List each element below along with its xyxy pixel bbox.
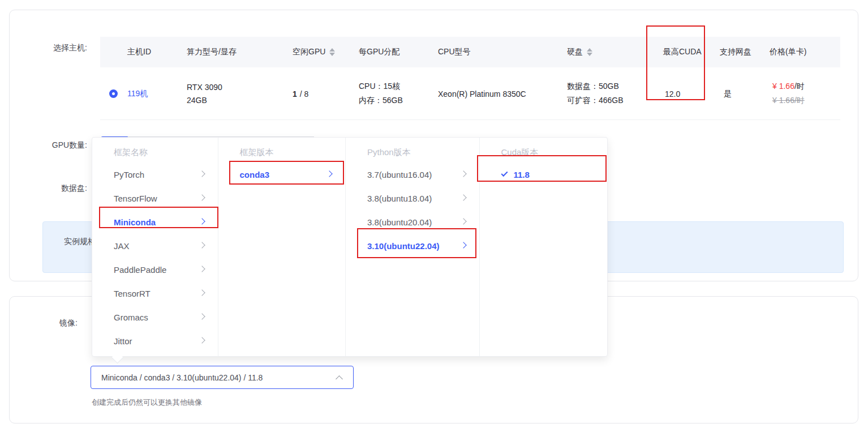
sort-caret-icon[interactable] [329, 48, 335, 56]
host-id-link[interactable]: 119机 [127, 67, 148, 120]
cascader-item-py37-ubuntu1604[interactable]: 3.7(ubuntu16.04) [346, 162, 479, 186]
net-disk-cell: 是 [724, 67, 732, 120]
image-help-text: 创建完成后仍然可以更换其他镜像 [92, 397, 202, 408]
free-gpu-cell: 1 / 8 [293, 67, 308, 120]
price-original: ¥ 1.66/时 [772, 96, 805, 106]
host-table-header: 主机ID 算力型号/显存 空闲GPU 每GPU分配 CPU型号 [100, 37, 840, 67]
chevron-right-icon [199, 194, 205, 200]
th-price: 价格(单卡) [770, 37, 806, 67]
host-select-label: 选择主机: [32, 43, 87, 53]
chevron-right-icon [326, 170, 332, 177]
check-icon [501, 170, 508, 177]
cascader-column-framework: 框架名称 PyTorch TensorFlow Miniconda JAX Pa… [92, 138, 218, 356]
chevron-right-icon [199, 266, 205, 272]
disk-cell: 数据盘：50GB 可扩容：466GB [567, 67, 624, 120]
image-select[interactable]: Miniconda / conda3 / 3.10(ubuntu22.04) /… [91, 366, 354, 389]
chevron-right-icon [199, 170, 205, 177]
gpu-rental-page: 选择主机: 主机ID 算力型号/显存 空闲GPU 每GPU分配 [0, 0, 868, 432]
host-table-row[interactable]: 119机 RTX 3090 24GB 1 / 8 CPU：15核 内存：56GB… [100, 67, 840, 120]
cascader-title-python-version: Python版本 [367, 146, 479, 159]
max-cuda-cell: 12.0 [665, 67, 680, 120]
th-cpu-model: CPU型号 [438, 37, 471, 67]
data-disk-label: 数据盘: [32, 183, 87, 194]
radio-selected-icon[interactable] [109, 89, 118, 98]
cascader-item-tensorflow[interactable]: TensorFlow [92, 186, 218, 210]
chevron-right-icon [199, 337, 205, 343]
sort-down-icon [587, 53, 592, 56]
image-label: 镜像: [23, 318, 78, 328]
cascader-title-framework: 框架名称 [114, 146, 218, 159]
cascader-item-cuda-118[interactable]: 11.8 [480, 162, 608, 186]
chevron-right-icon [460, 170, 466, 177]
cascader-column-cuda-version: Cuda版本 11.8 [480, 138, 608, 356]
th-model: 算力型号/显存 [187, 37, 237, 67]
cascader-item-py38-ubuntu2004[interactable]: 3.8(ubuntu20.04) [346, 210, 479, 234]
radio-dot [112, 92, 115, 95]
chevron-right-icon [460, 218, 466, 224]
th-host-id: 主机ID [127, 37, 151, 67]
price-current: ¥ 1.66/时 [772, 82, 805, 92]
th-net-disk: 支持网盘 [720, 37, 751, 67]
cascader-item-paddlepaddle[interactable]: PaddlePaddle [92, 258, 218, 281]
chevron-right-icon [199, 289, 205, 296]
chevron-right-icon [199, 242, 205, 248]
cascader-column-python-version: Python版本 3.7(ubuntu16.04) 3.8(ubuntu18.0… [346, 138, 479, 356]
th-free-gpu: 空闲GPU [293, 37, 335, 67]
sort-up-icon [329, 48, 335, 52]
sort-up-icon [587, 48, 592, 52]
cascader-item-py38-ubuntu1804[interactable]: 3.8(ubuntu18.04) [346, 186, 479, 210]
cascader-item-py310-ubuntu2204[interactable]: 3.10(ubuntu22.04) [346, 234, 479, 258]
cascader-item-conda3[interactable]: conda3 [218, 162, 346, 186]
cascader-item-miniconda[interactable]: Miniconda [92, 210, 218, 234]
th-disk: 硬盘 [567, 37, 592, 67]
cascader-column-framework-version: 框架版本 conda3 [218, 138, 346, 356]
th-max-cuda: 最高CUDA [663, 37, 702, 67]
sort-caret-icon[interactable] [587, 48, 592, 56]
chevron-right-icon [199, 313, 205, 319]
cascader-title-framework-version: 框架版本 [240, 146, 346, 159]
th-per-gpu: 每GPU分配 [359, 37, 399, 67]
chevron-up-icon [336, 375, 343, 383]
chevron-right-icon [460, 194, 466, 200]
image-cascader-dropdown: 框架名称 PyTorch TensorFlow Miniconda JAX Pa… [92, 137, 608, 357]
instance-spec-label: 实例规格 [64, 237, 96, 247]
gpu-model-cell: RTX 3090 24GB [187, 67, 222, 120]
sort-down-icon [329, 53, 335, 56]
cascader-item-jax[interactable]: JAX [92, 234, 218, 258]
cpu-model-cell: Xeon(R) Platinum 8350C [438, 67, 526, 120]
chevron-right-icon [199, 218, 205, 224]
cascader-item-tensorrt[interactable]: TensorRT [92, 281, 218, 305]
cascader-item-jittor[interactable]: Jittor [92, 329, 218, 353]
chevron-right-icon [460, 242, 466, 248]
per-gpu-cell: CPU：15核 内存：56GB [359, 67, 403, 120]
image-select-value: Miniconda / conda3 / 3.10(ubuntu22.04) /… [101, 373, 263, 382]
price-cell: ¥ 1.66/时 ¥ 1.66/时 [772, 67, 805, 120]
gpu-count-label: GPU数量: [32, 140, 87, 151]
cascader-item-gromacs[interactable]: Gromacs [92, 305, 218, 329]
host-table: 主机ID 算力型号/显存 空闲GPU 每GPU分配 CPU型号 [100, 37, 840, 121]
cascader-title-cuda-version: Cuda版本 [501, 146, 608, 159]
cascader-item-pytorch[interactable]: PyTorch [92, 162, 218, 186]
